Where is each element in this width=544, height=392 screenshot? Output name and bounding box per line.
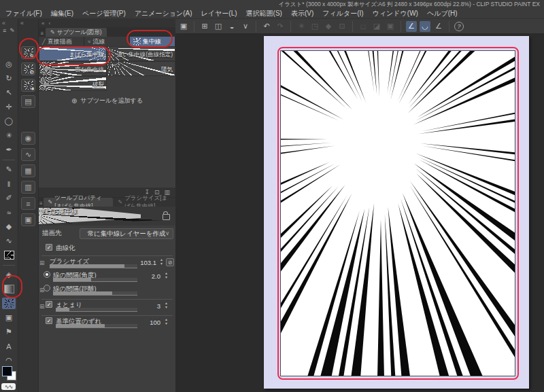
gradient-tool-icon[interactable] [2, 283, 16, 295]
offset-slider[interactable] [56, 324, 137, 328]
panel-menu-icon[interactable]: ≡ [39, 31, 46, 37]
layer-palette-icon[interactable]: ≡ [21, 197, 35, 210]
undo-icon[interactable]: ↶ [261, 21, 272, 32]
spinner[interactable]: ▴▾ [165, 271, 167, 279]
clear-icon[interactable]: ✳ [296, 21, 307, 32]
menu-item-9[interactable]: ヘルプ(H) [427, 9, 458, 18]
palette-menu-icon[interactable]: ≡ [3, 27, 6, 34]
collapse-icon[interactable]: ‹ [48, 20, 50, 26]
selection-tool-icon[interactable]: ◯ [2, 115, 16, 127]
menu-item-2[interactable]: ページ管理(P) [82, 9, 126, 18]
brush-tool-icon[interactable]: ✐ [2, 192, 16, 204]
destination-dropdown[interactable]: 常に集中線レイヤーを作成 ∨ [80, 228, 173, 239]
gap-angle-radio[interactable] [44, 271, 50, 278]
offset-checkbox[interactable]: ✓ [46, 317, 52, 324]
tab-stream-lines[interactable]: ≈ 流線 [84, 37, 130, 46]
menu-item-5[interactable]: 選択範囲(S) [246, 9, 282, 18]
menu-item-8[interactable]: ウィンドウ(W) [373, 9, 418, 18]
auto-select-tool-icon[interactable]: ✳ [2, 130, 16, 141]
color-history-palette-icon[interactable]: ▤ [21, 95, 35, 108]
color-wheel-palette-icon[interactable]: ◉ [21, 132, 35, 145]
crop-icon[interactable]: ⊡ [337, 21, 347, 32]
unlock-icon[interactable] [163, 214, 170, 220]
grouping-checkbox[interactable]: ✓ [46, 301, 52, 308]
menu-item-0[interactable]: ファイル(F) [5, 9, 42, 18]
collapse-icon[interactable]: « [20, 20, 24, 26]
zoom-tool-icon[interactable]: ◎ [2, 58, 16, 70]
collapse-icon[interactable]: « [2, 20, 5, 26]
select-launcher-icon[interactable]: ▣ [385, 21, 396, 32]
spinner[interactable]: ▴▾ [160, 257, 163, 266]
panel-menu-icon[interactable]: ≡ [39, 200, 44, 207]
decoration-tool-icon[interactable]: ◈ [2, 269, 16, 281]
clip-studio-icon[interactable]: ▣ [178, 21, 189, 32]
color-mixing-palette-icon[interactable]: ∿ [21, 148, 35, 161]
blend-tool-icon[interactable]: ∿ [2, 235, 16, 247]
save-icon[interactable]: ◒ [226, 21, 237, 32]
grouping-slider[interactable] [56, 308, 137, 312]
tool-property-palette-icon[interactable]: ⚙ [21, 63, 35, 75]
spinner[interactable]: ▴▾ [165, 317, 167, 325]
subtool-item-mitsuna[interactable]: 密な集中線 [39, 61, 107, 76]
menu-item-6[interactable]: 表示(V) [291, 9, 313, 18]
tool-property-tab[interactable]: ✎ ツールプロパティ[まばら集中線] [44, 198, 114, 207]
redo-icon[interactable]: ↷ [275, 21, 286, 32]
brush-size-tab[interactable]: ✎ ブラシサイズ[まばら集中線] [113, 198, 175, 207]
eraser-tool-icon[interactable]: ◆ [2, 221, 16, 232]
move-layer-tool-icon[interactable]: ✛ [2, 101, 16, 113]
subtool-item-haretsu[interactable]: 破裂 [39, 76, 107, 91]
snap-grid-icon[interactable]: ∠ [433, 21, 444, 32]
copy-icon[interactable]: ◳ [309, 21, 320, 32]
material-palette-icon[interactable]: ▣ [21, 213, 35, 226]
fill-tool-icon[interactable] [2, 249, 16, 261]
eyedropper-tool-icon[interactable]: ✒ [2, 144, 16, 156]
subtool-palette-icon[interactable]: ✎ [21, 46, 35, 59]
transparent-color-button[interactable]: ∿∿ [1, 383, 16, 390]
color-swatches[interactable] [2, 366, 17, 381]
snap-special-ruler-icon[interactable]: ◡ [420, 21, 430, 32]
subtool-item-koi[interactable]: 濃い集中線(曲線指定) [107, 46, 175, 61]
delete-icon[interactable]: ◆ [323, 21, 334, 32]
gap-distance-slider[interactable] [53, 291, 137, 296]
figure-tool-icon[interactable] [2, 298, 16, 309]
ruler-tool-icon[interactable]: ⚑ [2, 326, 16, 338]
menu-item-3[interactable]: アニメーション(A) [135, 9, 192, 18]
operation-tool-icon[interactable]: ↖ [2, 87, 16, 99]
expand-icon[interactable]: ⊞ [39, 303, 45, 310]
snap-ruler-icon[interactable]: ∠ [406, 21, 417, 32]
frame-border-tool-icon[interactable]: ▣ [2, 312, 16, 323]
intermediate-color-palette-icon[interactable]: ▥ [21, 181, 35, 194]
text-tool-icon[interactable]: A [2, 340, 16, 352]
expand-icon[interactable]: ⊞ [39, 260, 45, 266]
subtool-item-youki[interactable]: 陽気 [107, 61, 175, 76]
pen-tool-icon[interactable]: ✎ [2, 164, 16, 175]
brush-size-slider[interactable] [50, 264, 137, 268]
brush-size-palette-icon[interactable]: ● [21, 79, 35, 92]
rotate-tool-icon[interactable]: ↻ [2, 73, 16, 84]
marker-tool-icon[interactable]: ‖ [2, 178, 16, 190]
tab-saturated-lines[interactable]: 集中線 [130, 37, 175, 46]
select-area-display-icon[interactable]: □ [358, 21, 369, 32]
airbrush-tool-icon[interactable]: ≈ [2, 207, 16, 218]
add-subtool-button[interactable]: ⊕ サブツールを追加する [39, 95, 175, 106]
balloon-tool-icon[interactable]: ◠ [2, 355, 16, 366]
collapse-icon[interactable]: « [41, 20, 44, 26]
help-icon[interactable]: ? [454, 22, 464, 31]
tab-direct-draw[interactable]: ╱ 直接描画 [39, 37, 84, 46]
spinner[interactable]: ▴▾ [165, 301, 167, 309]
main-color-swatch[interactable] [2, 366, 12, 376]
brush-size-source-button[interactable]: ⊘ [166, 258, 174, 266]
open-file-icon[interactable]: ◫ [213, 21, 224, 32]
select-invert-icon[interactable]: ◪ [371, 21, 382, 32]
gap-angle-slider[interactable] [53, 278, 137, 282]
menu-item-7[interactable]: フィルター(I) [322, 9, 363, 18]
curve-checkbox[interactable]: ✓ [46, 244, 52, 251]
menu-item-1[interactable]: 編集(E) [51, 9, 73, 18]
menu-item-4[interactable]: レイヤー(L) [201, 9, 237, 18]
subtool-item-mabara[interactable]: まばら集中線 [39, 46, 107, 61]
save-dropdown-icon[interactable]: ∨ [240, 21, 251, 32]
subtool-panel-tab[interactable]: ✎ サブツール(図形) [46, 28, 107, 37]
color-set-palette-icon[interactable]: ▦ [21, 164, 35, 177]
new-canvas-icon[interactable]: ⊞ [199, 21, 210, 32]
gap-distance-radio[interactable] [44, 285, 50, 291]
